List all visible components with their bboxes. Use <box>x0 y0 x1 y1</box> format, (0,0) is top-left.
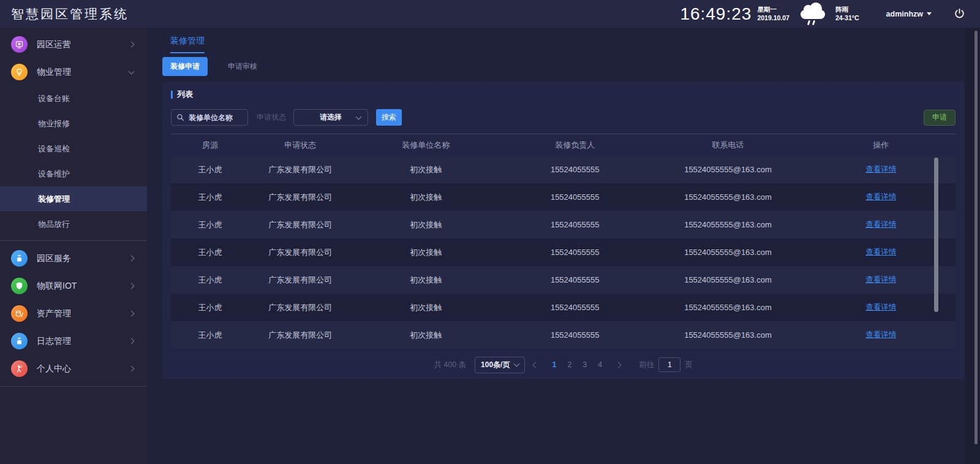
view-details-link[interactable]: 查看详情 <box>865 192 896 201</box>
sidebar-item-park-operation[interactable]: 园区运营 <box>0 31 147 58</box>
date-block: 星期一 2019.10.07 <box>757 6 790 22</box>
table-cell: 15524055555 <box>500 330 649 340</box>
page-scrollbar-thumb[interactable] <box>974 31 978 444</box>
goto-page-input[interactable] <box>658 357 680 372</box>
actions-cell: 查看详情 <box>807 219 956 230</box>
column-header: 房源 <box>171 140 249 151</box>
section-title-bar <box>171 91 173 99</box>
sidebar-item-label: 园区运营 <box>37 39 71 50</box>
actions-cell: 查看详情 <box>807 330 956 340</box>
search-icon <box>176 113 184 121</box>
header-right: 16:49:23 星期一 2019.10.07 阵雨 24-31°C admin… <box>680 4 980 25</box>
table-cell: 15524055555@163.com <box>649 275 806 284</box>
sidebar-item-label: 资产管理 <box>37 308 71 319</box>
view-details-link[interactable]: 查看详情 <box>865 220 896 229</box>
sidebar-item-label: 设备维护 <box>38 169 70 180</box>
table-cell: 王小虎 <box>171 192 249 203</box>
pagination: 共 400 条 100条/页 1234 前往 页 <box>171 356 956 373</box>
date: 2019.10.07 <box>757 14 790 23</box>
sidebar-item-label: 设备巡检 <box>38 143 70 154</box>
table-cell: 广东发展有限公司 <box>249 330 352 341</box>
sidebar-item-property-repair[interactable]: 物业报修 <box>0 111 147 136</box>
search-button[interactable]: 搜索 <box>376 109 402 126</box>
sidebar-item-label: 园区服务 <box>37 253 71 264</box>
subtab-row: 装修申请申请审核 <box>162 58 964 75</box>
table-cell: 15524055555 <box>500 303 649 312</box>
caret-down-icon <box>927 12 932 15</box>
sidebar-item-label: 物业报修 <box>38 118 70 129</box>
sidebar-item-device-inspection[interactable]: 设备巡检 <box>0 136 147 161</box>
chevron-right-icon <box>129 283 135 289</box>
pagination-total: 共 400 条 <box>434 360 466 370</box>
temp-range: 24-31°C <box>835 14 859 23</box>
table-cell: 15524055555@163.com <box>649 192 806 202</box>
search-input[interactable] <box>189 113 245 122</box>
sidebar-item-property-mgmt[interactable]: 物业管理 <box>0 58 147 86</box>
table-row: 王小虎广东发展有限公司初次接触1552405555515524055555@16… <box>171 238 956 266</box>
view-details-link[interactable]: 查看详情 <box>865 303 896 311</box>
goto-label: 前往 <box>639 360 654 370</box>
sidebar-item-label: 物联网IOT <box>37 281 77 292</box>
chevron-right-icon <box>129 256 135 262</box>
goto-unit-label: 页 <box>685 360 693 370</box>
next-page-button[interactable] <box>614 363 623 367</box>
sidebar-item-label: 个人中心 <box>37 363 71 375</box>
page-number-2[interactable]: 2 <box>562 360 577 369</box>
sidebar-item-decoration-mgmt[interactable]: 装修管理 <box>0 186 147 211</box>
table-cell: 广东发展有限公司 <box>249 164 352 175</box>
status-select[interactable]: 请选择 <box>293 109 368 126</box>
power-icon[interactable] <box>954 8 965 20</box>
page-tab-row: 装修管理 <box>162 35 964 51</box>
coins-icon <box>11 305 28 322</box>
view-details-link[interactable]: 查看详情 <box>865 248 896 256</box>
app-title: 智慧园区管理系统 <box>0 6 129 23</box>
prev-page-button[interactable] <box>531 363 540 367</box>
username: adminhzw <box>886 10 923 18</box>
shield-icon <box>11 278 28 294</box>
goto-page: 前往 页 <box>639 357 693 372</box>
table-cell: 王小虎 <box>171 330 249 341</box>
sidebar-item-label: 物品放行 <box>38 219 70 230</box>
tab-decoration-mgmt[interactable]: 装修管理 <box>170 36 205 53</box>
bulb-icon <box>11 64 28 80</box>
table-cell: 广东发展有限公司 <box>249 302 352 313</box>
clock: 16:49:23 <box>680 4 752 24</box>
sidebar-item-label: 日志管理 <box>37 336 71 347</box>
table-cell: 15524055555 <box>500 275 649 284</box>
user-menu[interactable]: adminhzw <box>886 10 932 18</box>
view-details-link[interactable]: 查看详情 <box>865 330 896 339</box>
sidebar-item-label: 物业管理 <box>37 67 71 78</box>
sidebar-item-device-ledger[interactable]: 设备台账 <box>0 86 147 111</box>
subtab-decoration-apply[interactable]: 装修申请 <box>162 57 208 76</box>
view-details-link[interactable]: 查看详情 <box>865 275 896 284</box>
chevron-down-icon <box>514 361 520 367</box>
table-cell: 15524055555@163.com <box>649 220 806 229</box>
chevron-right-icon <box>129 366 135 372</box>
filter-row: 申请状态 请选择 搜索 申请 <box>171 109 956 126</box>
view-details-link[interactable]: 查看详情 <box>865 165 896 173</box>
table-cell: 15524055555 <box>500 165 649 174</box>
table-cell: 15524055555 <box>500 220 649 229</box>
sidebar-item-label: 装修管理 <box>38 194 70 205</box>
apply-button[interactable]: 申请 <box>924 110 956 126</box>
page-number-3[interactable]: 3 <box>577 360 592 369</box>
weather-block: 阵雨 24-31°C <box>835 6 859 22</box>
sidebar-item-asset-mgmt[interactable]: 资产管理 <box>0 300 147 327</box>
sidebar-item-personal-center[interactable]: 个人中心 <box>0 355 147 382</box>
column-header: 操作 <box>807 140 956 151</box>
page-size-select[interactable]: 100条/页 <box>475 357 525 373</box>
table-cell: 15524055555@163.com <box>649 303 806 312</box>
sidebar-item-goods-release[interactable]: 物品放行 <box>0 211 147 237</box>
page-number-4[interactable]: 4 <box>592 360 608 369</box>
sidebar-item-park-service[interactable]: 园区服务 <box>0 245 147 272</box>
sidebar-item-iot[interactable]: 物联网IOT <box>0 272 147 300</box>
actions-cell: 查看详情 <box>807 192 956 202</box>
search-box[interactable] <box>171 109 248 126</box>
weather-desc: 阵雨 <box>835 6 859 14</box>
sidebar-item-log-mgmt[interactable]: 日志管理 <box>0 327 147 355</box>
column-header: 装修负责人 <box>500 140 649 151</box>
sidebar-item-device-maintenance[interactable]: 设备维护 <box>0 161 147 186</box>
table-scrollbar-thumb[interactable] <box>934 158 938 312</box>
subtab-apply-review[interactable]: 申请审核 <box>220 57 265 76</box>
page-number-1[interactable]: 1 <box>546 360 562 369</box>
